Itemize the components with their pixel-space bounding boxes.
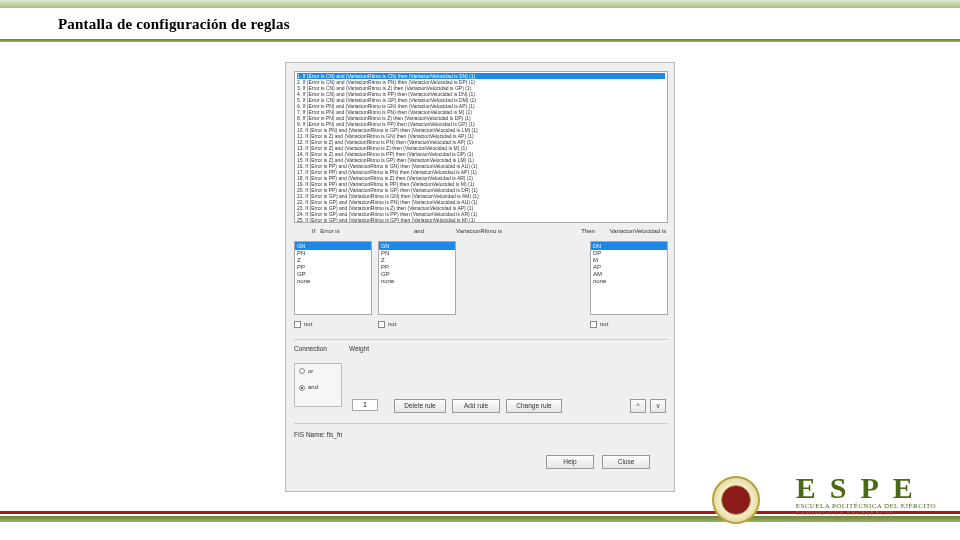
listbox-item[interactable]: GP [295, 271, 371, 278]
connection-group: or and [294, 363, 342, 407]
not-error-checkbox[interactable]: not [294, 321, 372, 328]
listbox-selected[interactable]: GN [295, 242, 371, 250]
weight-input[interactable]: 1 [352, 399, 378, 411]
rules-listbox[interactable]: 1. If (Error is CN) and (VariacionRitmo … [294, 71, 668, 223]
espe-logo: ESPE ESCUELA POLITÉCNICA DEL EJÉRCITO CA… [796, 474, 936, 516]
rule-up-button[interactable]: ^ [630, 399, 646, 413]
rule-down-button[interactable]: v [650, 399, 666, 413]
listbox-item[interactable]: none [295, 278, 371, 285]
not-vr-checkbox[interactable]: not [378, 321, 456, 328]
listbox-item[interactable]: PP [379, 264, 455, 271]
rule-row[interactable]: 25. If (Error is GP) and (VariacionRitmo… [297, 217, 665, 223]
change-rule-button[interactable]: Change rule [506, 399, 562, 413]
listbox-selected[interactable]: GN [379, 242, 455, 250]
listbox-item[interactable]: GP [379, 271, 455, 278]
or-radio[interactable]: or [299, 368, 337, 374]
listbox-item[interactable]: none [591, 278, 667, 285]
help-button[interactable]: Help [546, 455, 594, 469]
rule-editor-window: 1. If (Error is CN) and (VariacionRitmo … [285, 62, 675, 492]
espe-crest-icon [712, 476, 760, 524]
connection-label: Connection [294, 345, 327, 352]
page-title: Pantalla de configuración de reglas [58, 16, 960, 33]
listbox-item[interactable]: DP [591, 250, 667, 257]
listbox-item[interactable]: AM [591, 271, 667, 278]
listbox-item[interactable]: AP [591, 264, 667, 271]
listbox-selected[interactable]: DN [591, 242, 667, 250]
listbox-item[interactable]: Z [379, 257, 455, 264]
condition-header-row: If Error is and VariacionRitmo is Then V… [294, 228, 668, 238]
listbox-item[interactable]: PN [295, 250, 371, 257]
listbox-item[interactable]: M [591, 257, 667, 264]
listbox-item[interactable]: none [379, 278, 455, 285]
variacionvelocidad-listbox[interactable]: DNDPMAPAMnone [590, 241, 668, 315]
weight-label: Weight [349, 345, 369, 352]
close-button[interactable]: Close [602, 455, 650, 469]
not-vv-checkbox[interactable]: not [590, 321, 668, 328]
listbox-item[interactable]: Z [295, 257, 371, 264]
delete-rule-button[interactable]: Delete rule [394, 399, 446, 413]
listbox-item[interactable]: PP [295, 264, 371, 271]
error-listbox[interactable]: GNPNZPPGPnone [294, 241, 372, 315]
and-radio[interactable]: and [299, 384, 337, 390]
listbox-item[interactable]: PN [379, 250, 455, 257]
fis-name-label: FIS Name: fis_fn [294, 431, 342, 438]
variacionritmo-listbox[interactable]: GNPNZPPGPnone [378, 241, 456, 315]
add-rule-button[interactable]: Add rule [452, 399, 500, 413]
